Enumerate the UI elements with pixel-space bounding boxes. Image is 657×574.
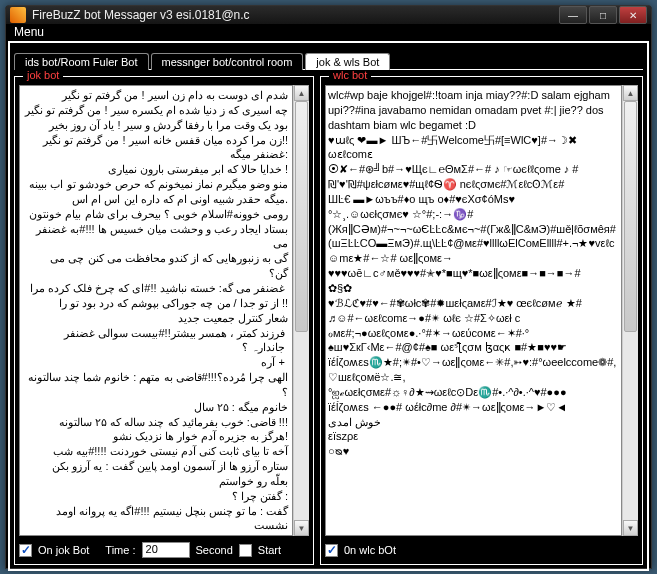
- jok-bottom-bar: ✓ On jok Bot Time : 20 Second ✓ Start: [19, 540, 309, 560]
- maximize-button[interactable]: □: [589, 6, 617, 24]
- jok-text-area[interactable]: شدم ای دوست به دام زن اسیر ! من گرفتم تو…: [19, 85, 293, 536]
- time-label: Time :: [105, 544, 135, 556]
- on-wlc-checkbox[interactable]: ✓: [325, 544, 338, 557]
- jok-scrollbar[interactable]: ▲ ▼: [293, 85, 309, 536]
- on-wlc-label: 0n wlc bOt: [344, 544, 396, 556]
- scroll-down-icon[interactable]: ▼: [623, 520, 638, 536]
- scroll-up-icon[interactable]: ▲: [294, 85, 309, 101]
- tab-jok-wls-bot[interactable]: jok & wls Bot: [305, 53, 390, 70]
- wlc-scrollbar[interactable]: ▲ ▼: [622, 85, 638, 536]
- time-input[interactable]: 20: [142, 542, 190, 558]
- minimize-button[interactable]: ―: [559, 6, 587, 24]
- scroll-down-icon[interactable]: ▼: [294, 520, 309, 536]
- start-checkbox[interactable]: ✓: [239, 544, 252, 557]
- app-icon: [10, 7, 26, 23]
- wlc-bottom-bar: ✓ 0n wlc bOt: [325, 540, 638, 560]
- start-label: Start: [258, 544, 281, 556]
- tabstrip: ids bot/Room Fuler Bot messnger bot/cont…: [14, 47, 643, 69]
- titlebar[interactable]: FireBuzZ bot Messager v3 esi.0181@n.c ― …: [6, 6, 651, 25]
- second-label: Second: [196, 544, 233, 556]
- wlc-text-area[interactable]: wlc#wp baje khojgel#:!toam inja miay??#:…: [325, 85, 622, 536]
- content-frame: ids bot/Room Fuler Bot messnger bot/cont…: [8, 41, 649, 571]
- wlc-bot-group-title: wlc bot: [329, 69, 371, 81]
- on-jok-label: On jok Bot: [38, 544, 89, 556]
- jok-bot-group-title: jok bot: [23, 69, 63, 81]
- scroll-up-icon[interactable]: ▲: [623, 85, 638, 101]
- menu-item[interactable]: Menu: [14, 25, 44, 39]
- jok-bot-group: jok bot شدم ای دوست به دام زن اسیر ! من …: [14, 76, 314, 565]
- wlc-bot-group: wlc bot wlc#wp baje khojgel#:!toam inja …: [320, 76, 643, 565]
- close-button[interactable]: ✕: [619, 6, 647, 24]
- on-jok-checkbox[interactable]: ✓: [19, 544, 32, 557]
- scroll-thumb[interactable]: [624, 101, 637, 332]
- app-window: FireBuzZ bot Messager v3 esi.0181@n.c ― …: [5, 5, 652, 569]
- window-title: FireBuzZ bot Messager v3 esi.0181@n.c: [32, 8, 559, 22]
- menubar: Menu: [6, 25, 651, 39]
- tab-ids-bot[interactable]: ids bot/Room Fuler Bot: [14, 53, 149, 70]
- scroll-thumb[interactable]: [295, 101, 308, 332]
- tab-messenger-bot[interactable]: messnger bot/control room: [151, 53, 304, 70]
